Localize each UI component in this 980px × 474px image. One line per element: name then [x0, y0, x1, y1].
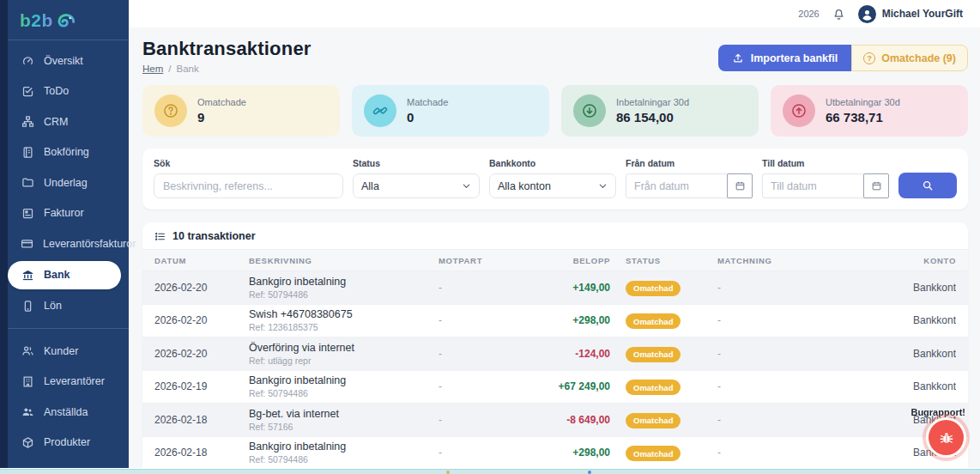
column-header-status: Status	[619, 256, 717, 265]
sidebar-item-label: Leverantörsfakturor	[43, 238, 136, 250]
stat-value: 0	[407, 110, 448, 125]
search-label: Sök	[154, 158, 343, 168]
cell-date: 2026-02-20	[154, 314, 249, 326]
sidebar-item-label: Anställda	[44, 406, 88, 418]
cell-amount: +298,00	[533, 447, 619, 459]
column-header-matchning: Matchning	[717, 256, 812, 265]
cell-amount: +149,00	[533, 282, 619, 294]
sidebar-item-fakturor[interactable]: Fakturor	[8, 198, 129, 229]
page-content: Banktransaktioner Hem / Bank Importera b…	[129, 27, 980, 468]
table-row[interactable]: 2026-02-20 Bankgiro inbetalningRef: 5079…	[142, 271, 968, 305]
app-logo[interactable]: b2b	[8, 0, 129, 40]
status-badge: Omatchad	[626, 380, 681, 395]
search-button[interactable]	[898, 173, 957, 198]
status-select[interactable]: Alla	[353, 173, 480, 198]
from-date-input[interactable]	[626, 174, 728, 198]
sidebar-item-todo[interactable]: ToDo	[8, 76, 129, 107]
sidebar-item-bank[interactable]: Bank	[8, 261, 121, 289]
breadcrumb-separator: /	[168, 64, 171, 74]
cell-description: Bg-bet. via internetRef: 57166	[249, 408, 439, 432]
stat-card-outgoing: Utbetalningar 30d 66 738,71	[771, 85, 968, 137]
notifications-bell-icon[interactable]	[832, 8, 845, 21]
table-row[interactable]: 2026-02-19 Bankgiro inbetalningRef: 5079…	[142, 371, 968, 404]
topbar: 2026 Michael YourGift	[129, 0, 980, 27]
cell-matching: -	[717, 282, 812, 294]
stat-value: 66 738,71	[826, 110, 900, 125]
stat-label: Inbetalningar 30d	[616, 97, 689, 107]
breadcrumb: Hem / Bank	[142, 64, 312, 74]
arrow-up-circle-icon	[783, 94, 815, 127]
calendar-icon[interactable]	[727, 173, 753, 198]
year-selector[interactable]: 2026	[798, 9, 819, 19]
table-header-row: Datum Beskrivning Motpart Belopp Status …	[142, 249, 968, 271]
table-body: 2026-02-20 Bankgiro inbetalningRef: 5079…	[142, 271, 968, 468]
cell-amount: +298,00	[533, 314, 619, 326]
logo-text: b2b	[20, 10, 53, 31]
breadcrumb-home-link[interactable]: Hem	[142, 64, 163, 74]
question-circle-icon	[154, 94, 187, 127]
cell-status: Omatchad	[619, 345, 717, 362]
cell-matching: -	[717, 348, 812, 360]
cell-motpart: -	[439, 348, 533, 360]
unmatched-label: Omatchade (9)	[881, 52, 956, 64]
table-row[interactable]: 2026-02-18 Bankgiro inbetalningRef: 5079…	[142, 437, 968, 469]
table-row[interactable]: 2026-02-18 Bg-bet. via internetRef: 5716…	[142, 404, 968, 437]
bankaccount-select[interactable]: Alla konton	[489, 173, 616, 198]
column-header-belopp: Belopp	[533, 256, 619, 265]
cell-amount: +67 249,00	[533, 380, 619, 392]
sidebar-item-underlag[interactable]: Underlag	[8, 167, 129, 198]
cell-date: 2026-02-20	[154, 348, 249, 360]
bottom-taskbar-strip	[0, 469, 980, 474]
cell-konto: Bankkont	[812, 314, 956, 326]
sidebar-item-label: CRM	[44, 116, 68, 128]
cell-date: 2026-02-19	[154, 380, 249, 392]
taskbar-dot-icon	[588, 471, 591, 474]
column-header-konto: Konto	[812, 256, 956, 265]
cube-icon	[21, 436, 34, 449]
transactions-table: 10 transaktioner Datum Beskrivning Motpa…	[142, 222, 968, 468]
import-bankfile-button[interactable]: Importera bankfil	[718, 45, 851, 71]
sidebar-item-label: Lön	[44, 300, 62, 312]
status-label: Status	[353, 158, 480, 168]
sidebar-item-crm[interactable]: CRM	[8, 106, 129, 137]
table-row[interactable]: 2026-02-20 Överföring via internetRef: u…	[142, 337, 968, 371]
sidebar-item-leverantorer[interactable]: Leverantörer	[8, 367, 129, 398]
sidebar-item-label: Översikt	[44, 55, 83, 67]
upload-icon	[732, 52, 744, 64]
sidebar-item-produkter[interactable]: Produkter	[8, 428, 129, 459]
cell-description: Bankgiro inbetalningRef: 50794486	[249, 276, 439, 300]
stat-card-unmatched: Omatchade 9	[142, 85, 340, 137]
cell-status: Omatchad	[619, 313, 717, 330]
user-menu[interactable]: Michael YourGift	[858, 5, 963, 23]
sidebar-item-leverantorsfakturor[interactable]: Leverantörsfakturor	[8, 228, 129, 259]
filter-bar: Sök Status Alla Bankkonto Alla kont	[142, 149, 968, 210]
unmatched-button[interactable]: ? Omatchade (9)	[851, 45, 968, 71]
users-icon	[21, 344, 34, 357]
cell-status: Omatchad	[619, 445, 717, 462]
cell-motpart: -	[439, 414, 533, 426]
calendar-icon[interactable]	[863, 173, 889, 198]
stat-value: 9	[197, 110, 246, 125]
link-icon	[364, 94, 396, 127]
to-date-input[interactable]	[763, 174, 864, 198]
column-header-beskrivning: Beskrivning	[249, 256, 439, 265]
stat-label: Matchade	[407, 97, 448, 107]
stat-card-incoming: Inbetalningar 30d 86 154,00	[561, 85, 759, 137]
import-bankfile-label: Importera bankfil	[751, 52, 838, 64]
sidebar-item-kunder[interactable]: Kunder	[8, 336, 129, 367]
sidebar-item-label: Bokföring	[44, 146, 89, 158]
status-badge: Omatchad	[626, 281, 681, 296]
from-date-label: Från datum	[626, 158, 753, 168]
sidebar-item-bokforing[interactable]: Bokföring	[8, 137, 129, 168]
gauge-icon	[21, 54, 34, 67]
stat-cards: Omatchade 9 Matchade 0	[142, 85, 968, 137]
search-input[interactable]	[154, 173, 343, 198]
bug-report-button[interactable]	[929, 420, 964, 455]
cell-matching: -	[717, 380, 812, 392]
table-row[interactable]: 2026-02-20 Swish +46708380675Ref: 123618…	[142, 305, 968, 338]
sidebar-item-oversikt[interactable]: Översikt	[8, 46, 129, 76]
sidebar-item-lon[interactable]: Lön	[8, 291, 129, 322]
sidebar-item-label: Fakturor	[44, 207, 84, 219]
sidebar-item-anstallda[interactable]: Anställda	[8, 397, 129, 428]
status-badge: Omatchad	[626, 446, 681, 461]
